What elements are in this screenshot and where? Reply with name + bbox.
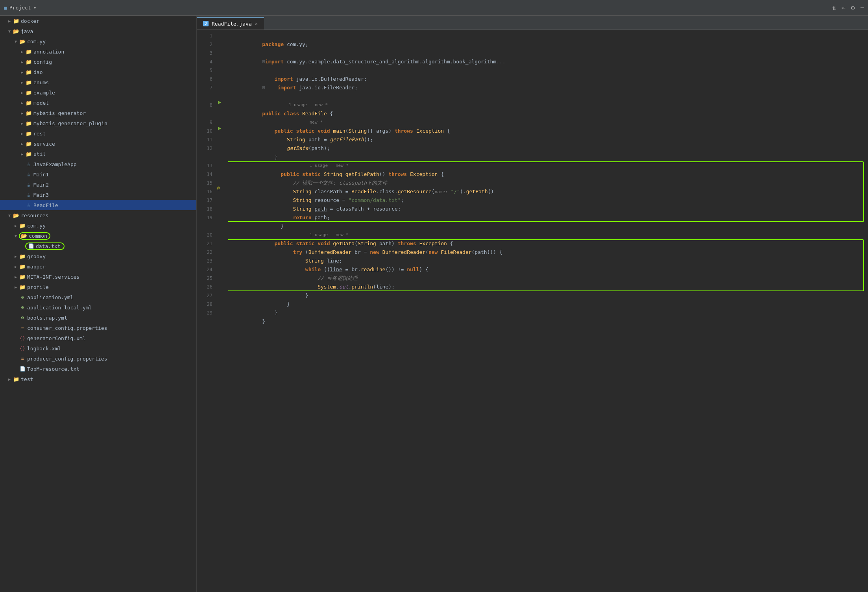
sidebar-label: mybatis_generator: [33, 110, 193, 116]
sidebar-item-resources[interactable]: ▼ 📂 resources: [0, 210, 196, 220]
code-line-21: try (BufferedReader br = new BufferedRea…: [228, 239, 868, 248]
arrow-icon: ▶: [19, 131, 25, 136]
arrow-icon: ▼: [13, 234, 19, 238]
sidebar-item-java[interactable]: ▼ 📂 java: [0, 26, 196, 36]
sidebar-item-generatorconfig[interactable]: ⟨⟩ generatorConfig.xml: [0, 333, 196, 343]
code-line-6: ⊟ import java.io.FileReader;: [228, 75, 868, 83]
folder-icon: ■: [4, 5, 7, 11]
sidebar-label: util: [33, 151, 193, 157]
sidebar-item-main2[interactable]: ☕ Main2: [0, 179, 196, 190]
collapse-icon[interactable]: ⇤: [842, 4, 846, 11]
code-line-14: // 读取一个文件: classpath下的文件: [228, 170, 868, 179]
sidebar-item-mybatis-gen-plugin[interactable]: ▶ 📁 mybatis_generator_plugin: [0, 118, 196, 128]
code-editor[interactable]: package com.yy; ⊟import com.yy.example.d…: [228, 30, 868, 592]
sidebar-item-example[interactable]: ▶ 📁 example: [0, 87, 196, 98]
sidebar-label: com.yy: [27, 223, 193, 229]
sidebar-item-main1[interactable]: ☕ Main1: [0, 169, 196, 179]
code-line-13: public static String getFilePath() throw…: [228, 161, 868, 170]
project-header: ■ Project ▾: [4, 5, 36, 11]
sidebar-item-common[interactable]: ▼ 📂 common: [0, 231, 196, 241]
sidebar-label: docker: [21, 18, 193, 24]
folder-icon: 📂: [13, 213, 20, 218]
code-line-23: while ((line = br.readLine()) != null) {: [228, 257, 868, 265]
arrow-icon: ▼: [6, 213, 13, 218]
green-box-section-2: try (BufferedReader br = new BufferedRea…: [228, 239, 868, 291]
sidebar-item-applocal[interactable]: ⚙ application-local.yml: [0, 302, 196, 313]
sidebar-item-annotation[interactable]: ▶ 📁 annotation: [0, 46, 196, 57]
meta-row-20: 1 usage new *: [228, 222, 868, 231]
dropdown-icon[interactable]: ▾: [33, 5, 37, 11]
sidebar-item-rest[interactable]: ▶ 📁 rest: [0, 128, 196, 139]
run-button-8[interactable]: ▶: [218, 99, 221, 105]
gear-icon[interactable]: ⚙: [851, 4, 855, 11]
code-line-1: package com.yy;: [228, 31, 868, 40]
xml-file-icon: ⟨⟩: [19, 335, 26, 341]
sidebar-label: resources: [21, 213, 193, 218]
sidebar-label: model: [33, 100, 193, 106]
code-container[interactable]: 1 2 3 4 5 6 7 8 9 10 11 12 13 14 15 16 1…: [197, 30, 868, 592]
txt-file-icon: 📄: [19, 366, 26, 372]
sidebar-label: rest: [33, 131, 193, 137]
code-line-2: [228, 40, 868, 49]
txt-file-icon: 📄: [28, 243, 35, 249]
arrow-icon: ▶: [13, 285, 19, 289]
sidebar-item-util[interactable]: ▶ 📁 util: [0, 149, 196, 159]
code-line-18: return path;: [228, 205, 868, 213]
sidebar-item-test[interactable]: ▶ 📁 test: [0, 374, 196, 384]
sidebar-item-config[interactable]: ▶ 📁 config: [0, 57, 196, 67]
sidebar-item-mybatis-gen[interactable]: ▶ 📁 mybatis_generator: [0, 108, 196, 118]
sidebar-item-dao[interactable]: ▶ 📁 dao: [0, 67, 196, 77]
toolbar-icons: ⇅ ⇤ ⚙ −: [832, 4, 864, 11]
sidebar-item-appyml[interactable]: ⚙ application.yml: [0, 292, 196, 302]
sidebar-item-enums[interactable]: ▶ 📁 enums: [0, 77, 196, 87]
sidebar-item-readfile[interactable]: ☕ ReadFile: [0, 200, 196, 210]
sidebar-item-comyy[interactable]: ▼ 📂 com.yy: [0, 36, 196, 46]
sidebar-label: mapper: [27, 264, 193, 270]
sidebar-item-comyy-res[interactable]: ▶ 📁 com.yy: [0, 220, 196, 231]
sidebar-label: generatorConfig.xml: [27, 335, 193, 341]
sort-icon[interactable]: ⇅: [832, 4, 836, 11]
arrow-icon: ▶: [19, 142, 25, 146]
folder-icon: 📁: [25, 69, 32, 75]
sidebar-label: java: [21, 28, 193, 34]
sidebar-item-consumer-config[interactable]: ≡ consumer_config.properties: [0, 323, 196, 333]
minimize-icon[interactable]: −: [860, 4, 864, 11]
folder-icon: 📁: [13, 18, 20, 24]
sidebar-label: example: [33, 90, 193, 96]
line-numbers: 1 2 3 4 5 6 7 8 9 10 11 12 13 14 15 16 1…: [197, 30, 216, 592]
sidebar-item-service[interactable]: ▶ 📁 service: [0, 139, 196, 149]
gutter: ▶ ▶ @: [216, 30, 228, 592]
sidebar-item-docker[interactable]: ▶ 📁 docker: [0, 16, 196, 26]
code-line-15: String classPath = ReadFile.class.getRes…: [228, 179, 868, 187]
folder-icon: 📁: [25, 120, 32, 126]
sidebar-label: common: [29, 233, 47, 239]
sidebar-item-datatxt[interactable]: 📄 data.txt: [0, 241, 196, 251]
sidebar-item-logback[interactable]: ⟨⟩ logback.xml: [0, 343, 196, 353]
sidebar-item-metainf[interactable]: ▶ 📁 META-INF.services: [0, 272, 196, 282]
sidebar-item-main3[interactable]: ☕ Main3: [0, 190, 196, 200]
run-button-9[interactable]: ▶: [218, 125, 221, 131]
sidebar-item-mapper[interactable]: ▶ 📁 mapper: [0, 261, 196, 272]
code-line-9: public static void main(String[] args) t…: [228, 118, 868, 127]
folder-icon: 📁: [25, 59, 32, 65]
tab-readfile[interactable]: J ReadFile.java ✕: [197, 17, 264, 30]
sidebar-label: Main2: [33, 182, 193, 188]
arrow-icon: ▶: [13, 265, 19, 269]
sidebar-label: producer_config.properties: [27, 356, 193, 362]
arrow-icon: ▶: [19, 101, 25, 105]
tab-close-button[interactable]: ✕: [255, 21, 258, 26]
sidebar-item-javaexampleapp[interactable]: ☕ JavaExampleApp: [0, 159, 196, 169]
sidebar-label: dao: [33, 69, 193, 75]
sidebar-item-producer-config[interactable]: ≡ producer_config.properties: [0, 353, 196, 364]
sidebar-item-model[interactable]: ▶ 📁 model: [0, 98, 196, 108]
xml-file-icon: ⟨⟩: [19, 346, 26, 351]
arrow-icon: ▶: [19, 121, 25, 126]
code-line-5: import java.io.BufferedReader;: [228, 66, 868, 75]
sidebar-item-bootstrap[interactable]: ⚙ bootstrap.yml: [0, 313, 196, 323]
sidebar-item-groovy[interactable]: ▶ 📁 groovy: [0, 251, 196, 261]
folder-icon: 📁: [19, 264, 26, 270]
sidebar-label: test: [21, 376, 193, 382]
sidebar-item-profile[interactable]: ▶ 📁 profile: [0, 282, 196, 292]
sidebar-item-topm[interactable]: 📄 TopM-resource.txt: [0, 364, 196, 374]
folder-icon: 📁: [19, 253, 26, 259]
